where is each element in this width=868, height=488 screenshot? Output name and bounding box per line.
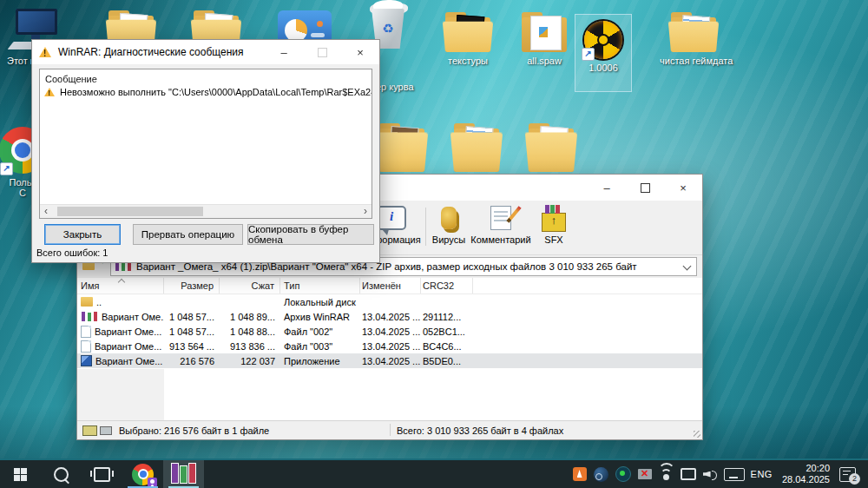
desktop-icon-10006[interactable]: ↗ 1.0006 bbox=[569, 14, 637, 73]
column-header-modified[interactable]: Изменён bbox=[360, 278, 421, 293]
column-header-size[interactable]: Размер bbox=[164, 278, 220, 293]
sfx-icon bbox=[542, 213, 566, 232]
error-count-text: Всего ошибок: 1 bbox=[36, 247, 108, 258]
horizontal-scrollbar[interactable]: ‹ › bbox=[40, 204, 372, 218]
dialog-titlebar[interactable]: WinRAR: Диагностические сообщения – × bbox=[32, 40, 379, 64]
toolbar-virus-label: Вирусы bbox=[430, 234, 468, 245]
folder-icon bbox=[452, 123, 501, 172]
shortcut-arrow-icon: ↗ bbox=[582, 48, 595, 61]
language-indicator[interactable]: ENG bbox=[751, 469, 773, 479]
message-column-header: Сообщение bbox=[40, 69, 372, 87]
column-header-type[interactable]: Тип bbox=[280, 278, 360, 293]
column-header-crc[interactable]: CRC32 bbox=[421, 278, 473, 293]
drive-icon bbox=[82, 425, 97, 436]
resize-grip[interactable] bbox=[694, 431, 700, 438]
scroll-left-arrow[interactable]: ‹ bbox=[40, 205, 52, 218]
folder-icon bbox=[378, 123, 426, 172]
steam-icon[interactable] bbox=[594, 466, 609, 482]
minimize-button[interactable]: – bbox=[265, 40, 303, 64]
message-listbox[interactable]: Сообщение Невозможно выполнить "C:\Users… bbox=[39, 69, 372, 219]
folder-icon bbox=[81, 297, 93, 307]
file-list: Имя Размер Сжат Тип Изменён CRC32 .. Лок… bbox=[77, 278, 702, 421]
file-icon bbox=[81, 340, 91, 353]
desktop-icon-label: текстуры bbox=[434, 56, 502, 66]
folder-icon bbox=[444, 12, 492, 52]
error-message-row[interactable]: Невозможно выполнить "C:\Users\0000\AppD… bbox=[40, 87, 372, 97]
start-button[interactable] bbox=[0, 460, 41, 488]
status-divider bbox=[390, 424, 391, 436]
scroll-right-arrow[interactable]: › bbox=[359, 205, 372, 218]
toolbar-sfx-label: SFX bbox=[534, 234, 574, 245]
keyboard-icon[interactable] bbox=[724, 466, 745, 482]
folder-icon bbox=[527, 123, 575, 172]
folder-icon bbox=[520, 12, 569, 52]
error-message-text: Невозможно выполнить "C:\Users\0000\AppD… bbox=[60, 87, 372, 97]
winrar-icon bbox=[171, 465, 196, 484]
winrar-statusbar: Выбрано: 216 576 байт в 1 файле Всего: 3… bbox=[77, 420, 702, 439]
warning-icon bbox=[44, 88, 55, 96]
maximize-button[interactable] bbox=[626, 175, 664, 201]
winrar-diagnostic-dialog: WinRAR: Диагностические сообщения – × Со… bbox=[31, 39, 380, 263]
desktop: Этот компьютер ♻ ер курва текстуры all.s… bbox=[0, 0, 868, 488]
search-icon bbox=[54, 467, 69, 482]
maximize-button-disabled bbox=[303, 40, 341, 64]
file-icon bbox=[81, 326, 91, 338]
dialog-title: WinRAR: Диагностические сообщения bbox=[58, 46, 244, 58]
key-icon bbox=[100, 426, 112, 435]
desktop-icon-folder-docs[interactable] bbox=[443, 122, 510, 172]
taskbar: ✕ ENG 20:20 28.04.2025 2 bbox=[0, 458, 868, 488]
clock-time: 20:20 bbox=[782, 463, 830, 474]
desktop-icon-gamedata[interactable]: чистая геймдата bbox=[660, 7, 727, 66]
wifi-icon[interactable] bbox=[659, 466, 674, 482]
clock-date: 28.04.2025 bbox=[782, 474, 830, 485]
tray-app-icon-1[interactable] bbox=[572, 466, 588, 482]
toolbar-comment-button[interactable]: Комментарий bbox=[470, 203, 532, 252]
folder-icon bbox=[669, 12, 718, 52]
taskbar-winrar-button[interactable] bbox=[163, 460, 204, 488]
desktop-icon-label: чистая геймдата bbox=[660, 56, 727, 66]
close-button[interactable]: × bbox=[341, 40, 379, 64]
system-tray: ✕ ENG 20:20 28.04.2025 2 bbox=[572, 460, 868, 488]
table-row-application-selected[interactable]: Вариант Оме... 216 576 122 037 Приложени… bbox=[77, 353, 702, 368]
desktop-icon-label: 1.0006 bbox=[569, 63, 637, 73]
task-view-button[interactable] bbox=[82, 460, 122, 488]
display-icon[interactable] bbox=[681, 466, 696, 482]
windows-logo-icon bbox=[14, 468, 27, 481]
minimize-button[interactable]: – bbox=[588, 175, 626, 201]
comment-icon bbox=[490, 206, 511, 230]
close-button[interactable]: × bbox=[664, 175, 702, 201]
notification-badge: 2 bbox=[849, 473, 860, 485]
action-center-icon[interactable]: 2 bbox=[839, 467, 856, 482]
desktop-icon-label: all.spaw bbox=[510, 56, 578, 66]
virus-scan-icon bbox=[441, 207, 457, 229]
table-row-archive[interactable]: Вариант Оме... 1 048 57... 1 048 89... А… bbox=[77, 309, 702, 324]
abort-operation-button[interactable]: Прервать операцию bbox=[133, 224, 243, 245]
table-row-up[interactable]: .. Локальный диск bbox=[77, 294, 702, 309]
list-header-row: Имя Размер Сжат Тип Изменён CRC32 bbox=[77, 278, 702, 294]
column-header-packed[interactable]: Сжат bbox=[220, 278, 280, 293]
table-row-file-002[interactable]: Вариант Оме... 1 048 57... 1 048 88... Ф… bbox=[77, 324, 702, 339]
device-disconnected-icon[interactable]: ✕ bbox=[637, 466, 653, 482]
desktop-icon-textures[interactable]: текстуры bbox=[434, 7, 502, 66]
scrollbar-thumb[interactable] bbox=[57, 207, 203, 216]
tray-app-icon-2[interactable] bbox=[615, 466, 631, 482]
volume-icon[interactable] bbox=[702, 466, 718, 482]
warning-icon bbox=[39, 47, 51, 57]
chevron-down-icon bbox=[683, 262, 692, 271]
close-dialog-button[interactable]: Закрыть bbox=[44, 224, 121, 245]
taskbar-clock[interactable]: 20:20 28.04.2025 bbox=[779, 463, 833, 485]
status-selected-text: Выбрано: 216 576 байт в 1 файле bbox=[119, 425, 269, 436]
copy-to-clipboard-button[interactable]: Скопировать в буфер обмена bbox=[247, 224, 374, 245]
taskbar-search-button[interactable] bbox=[41, 460, 82, 488]
application-icon bbox=[81, 355, 92, 366]
desktop-icon-folder-sync[interactable] bbox=[517, 122, 585, 172]
toolbar-virus-button[interactable]: Вирусы bbox=[430, 203, 468, 252]
recycle-bin-label: ер курва bbox=[376, 82, 414, 92]
desktop-icon-allspaw[interactable]: all.spaw bbox=[510, 7, 578, 66]
toolbar-comment-label: Комментарий bbox=[470, 234, 532, 245]
taskbar-chrome-button[interactable] bbox=[122, 460, 163, 488]
toolbar-sfx-button[interactable]: SFX bbox=[534, 203, 574, 252]
info-icon: i bbox=[377, 206, 406, 230]
task-view-icon bbox=[94, 467, 110, 482]
table-row-file-003[interactable]: Вариант Оме... 913 564 ... 913 836 ... Ф… bbox=[77, 339, 702, 353]
